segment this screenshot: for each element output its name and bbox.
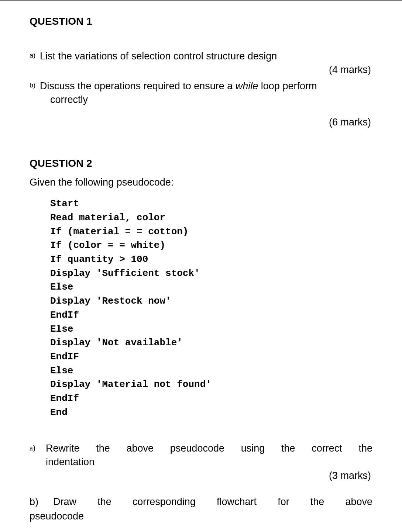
q1b-text-post: loop perform — [258, 80, 317, 91]
q1-part-a: a) List the variations of selection cont… — [30, 49, 372, 76]
document-page: QUESTION 1 a) List the variations of sel… — [0, 0, 402, 532]
q1a-label: a) — [30, 49, 40, 59]
q2b-label: b) — [30, 495, 38, 509]
q2a-marks: (3 marks) — [30, 470, 372, 481]
q2a-word: the — [96, 442, 110, 455]
q2b-line1-words: Drawthecorrespondingflowchartfortheabove — [53, 495, 372, 509]
q2a-word: the — [358, 442, 372, 455]
q2b-word: above — [345, 495, 372, 509]
q2b-word: for — [278, 495, 289, 509]
q2-pseudocode: Start Read material, color If (material … — [50, 197, 372, 419]
q2a-word: correct — [312, 442, 342, 455]
q2b-word: the — [97, 495, 111, 509]
q2a-line2: indentation — [46, 455, 372, 469]
q1-part-b: b) Discuss the operations required to en… — [30, 79, 372, 128]
q2-intro: Given the following pseudocode: — [30, 177, 372, 188]
q2b-word: flowchart — [217, 495, 257, 509]
q1b-label: b) — [30, 79, 40, 89]
q2a-label: a) — [30, 442, 46, 469]
q1b-text-line2: correctly — [50, 93, 372, 106]
q2a-word: the — [281, 442, 295, 455]
q1b-text: Discuss the operations required to ensur… — [40, 79, 372, 93]
question-1-heading: QUESTION 1 — [30, 15, 372, 27]
q2a-line1: Rewritetheabovepseudocodeusingthecorrect… — [46, 442, 372, 455]
q2a-word: Rewrite — [46, 442, 80, 455]
q1b-text-pre: Discuss the operations required to ensur… — [40, 80, 236, 91]
q2b-line2: pseudocode — [30, 509, 372, 524]
q2-part-b: b) Drawthecorrespondingflowchartfortheab… — [30, 495, 372, 524]
q1b-marks: (6 marks) — [30, 117, 372, 128]
q2b-line1: b) Drawthecorrespondingflowchartfortheab… — [30, 495, 372, 509]
q1a-text: List the variations of selection control… — [40, 49, 372, 63]
q1a-marks: (4 marks) — [30, 64, 372, 76]
q2a-word: using — [241, 442, 265, 455]
q2b-word: Draw — [53, 495, 76, 509]
question-2-heading: QUESTION 2 — [30, 158, 372, 169]
q2-part-a: a) Rewritetheabovepseudocodeusingthecorr… — [30, 442, 372, 481]
q2b-word: the — [310, 495, 324, 509]
q2a-word: pseudocode — [170, 442, 224, 455]
q2b-word: corresponding — [133, 495, 196, 509]
q2a-word: above — [127, 442, 154, 455]
q1b-text-italic: while — [236, 80, 258, 91]
